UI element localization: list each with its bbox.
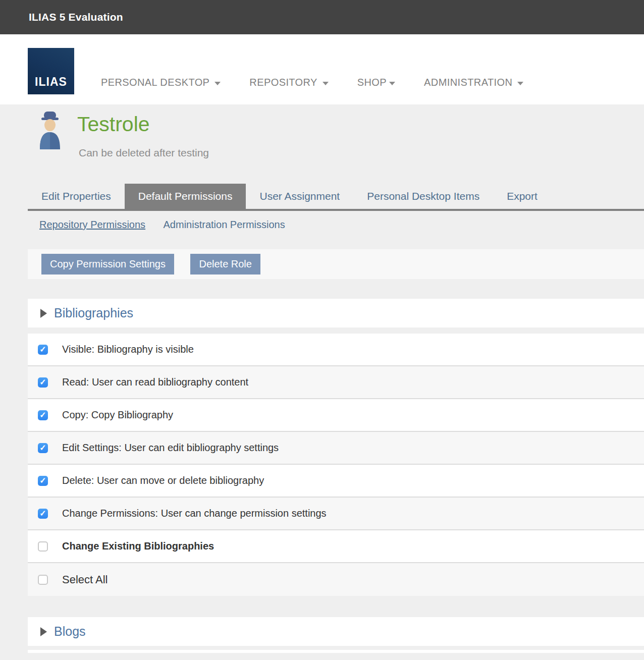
delete-role-button[interactable]: Delete Role — [190, 254, 260, 274]
role-user-icon — [38, 111, 62, 149]
menu-personal-desktop[interactable]: PERSONAL DESKTOP — [101, 77, 221, 88]
permission-checkbox[interactable] — [38, 443, 48, 453]
section-bibliographies: Bibliographies Visible: Bibliography is … — [28, 299, 644, 596]
main-menu: PERSONAL DESKTOP REPOSITORY SHOP ADMINIS… — [101, 77, 523, 88]
copy-permission-settings-button[interactable]: Copy Permission Settings — [41, 254, 174, 274]
role-header: Testrole Can be deleted after testing — [0, 104, 644, 184]
menu-personal-desktop-label: PERSONAL DESKTOP — [101, 77, 209, 88]
permission-label: Change Existing Bibliographies — [62, 540, 214, 552]
tab-default-permissions[interactable]: Default Permissions — [125, 184, 246, 209]
cut-off-row — [28, 650, 644, 653]
permission-checkbox[interactable] — [38, 345, 48, 355]
collapse-triangle-icon — [40, 309, 47, 318]
installation-title: ILIAS 5 Evaluation — [29, 11, 123, 23]
tab-edit-properties[interactable]: Edit Properties — [28, 184, 125, 209]
ilias-permissions-page: ILIAS 5 Evaluation ILIAS PERSONAL DESKTO… — [0, 0, 644, 660]
subtab-bar: Repository Permissions Administration Pe… — [39, 211, 644, 249]
permission-checkbox[interactable] — [38, 377, 48, 388]
permission-label: Visible: Bibliography is visible — [62, 344, 194, 355]
permission-row: Edit Settings: User can edit bibliograph… — [28, 432, 644, 465]
permission-row: Change Existing Bibliographies — [28, 530, 644, 563]
caret-down-icon — [389, 82, 395, 85]
window-titlebar: ILIAS 5 Evaluation — [0, 0, 644, 34]
collapse-triangle-icon — [40, 627, 47, 636]
tab-export[interactable]: Export — [493, 184, 551, 209]
select-all-checkbox[interactable] — [38, 575, 48, 585]
section-title: Bibliographies — [54, 306, 133, 320]
caret-down-icon — [323, 82, 329, 85]
section-header-bibliographies[interactable]: Bibliographies — [28, 299, 644, 327]
section-title: Blogs — [54, 624, 86, 639]
permission-label: Delete: User can move or delete bibliogr… — [62, 475, 264, 486]
permission-checkbox[interactable] — [38, 410, 48, 420]
caret-down-icon — [517, 82, 523, 85]
section-blogs: Blogs — [28, 617, 644, 646]
role-description: Can be deleted after testing — [79, 147, 209, 159]
menu-administration-label: ADMINISTRATION — [424, 77, 512, 88]
permission-row: Read: User can read bibliography content — [28, 366, 644, 399]
permission-label: Copy: Copy Bibliography — [62, 409, 173, 421]
tab-bar: Edit Properties Default Permissions User… — [28, 184, 644, 211]
section-header-blogs[interactable]: Blogs — [28, 617, 644, 646]
subtab-administration-permissions[interactable]: Administration Permissions — [164, 219, 285, 230]
permission-rows: Visible: Bibliography is visible Read: U… — [28, 334, 644, 596]
menu-shop-label: SHOP — [357, 77, 387, 88]
menu-repository-label: REPOSITORY — [249, 77, 317, 88]
tab-personal-desktop-items[interactable]: Personal Desktop Items — [353, 184, 493, 209]
main-header: ILIAS PERSONAL DESKTOP REPOSITORY SHOP A… — [0, 34, 644, 104]
permission-row: Copy: Copy Bibliography — [28, 399, 644, 432]
permission-label: Change Permissions: User can change perm… — [62, 508, 327, 519]
permission-row: Change Permissions: User can change perm… — [28, 498, 644, 530]
page-title: Testrole — [77, 113, 150, 136]
caret-down-icon — [214, 82, 221, 85]
menu-administration[interactable]: ADMINISTRATION — [424, 77, 523, 88]
subtab-repository-permissions[interactable]: Repository Permissions — [39, 219, 145, 230]
action-toolbar: Copy Permission Settings Delete Role — [28, 249, 644, 279]
permission-checkbox[interactable] — [38, 476, 48, 486]
menu-shop[interactable]: SHOP — [357, 77, 395, 88]
permission-label: Edit Settings: User can edit bibliograph… — [62, 442, 279, 454]
permission-checkbox[interactable] — [38, 541, 48, 552]
ilias-logo-text: ILIAS — [35, 75, 67, 89]
ilias-logo[interactable]: ILIAS — [28, 48, 74, 94]
permission-row: Delete: User can move or delete bibliogr… — [28, 465, 644, 498]
permission-label: Read: User can read bibliography content — [62, 376, 248, 388]
menu-repository[interactable]: REPOSITORY — [249, 77, 328, 88]
active-tab-underline — [28, 209, 644, 211]
tab-user-assignment[interactable]: User Assignment — [246, 184, 353, 209]
permission-row: Visible: Bibliography is visible — [28, 334, 644, 366]
permission-checkbox[interactable] — [38, 509, 48, 519]
select-all-label: Select All — [62, 573, 108, 586]
select-all-row: Select All — [28, 563, 644, 596]
